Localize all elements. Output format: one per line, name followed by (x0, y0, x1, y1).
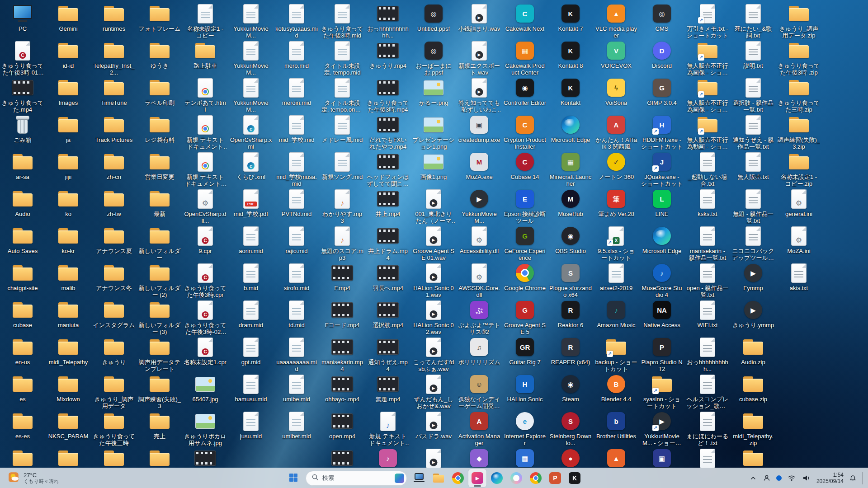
desktop-icon[interactable]: 新しいフォルダー (3) (138, 299, 181, 335)
search-box[interactable]: 検索 (306, 471, 407, 486)
desktop-icon[interactable]: rajio.mid (275, 225, 318, 261)
desktop-icon[interactable]: ohhayo-.mp4 (321, 373, 364, 409)
desktop-icon[interactable]: F.mp4 (321, 262, 364, 298)
search-highlights-icon[interactable] (395, 474, 404, 483)
desktop-icon[interactable]: PC (1, 3, 44, 39)
desktop-icon[interactable]: D Discord (640, 40, 684, 76)
desktop-icon[interactable]: 説明.txt (731, 40, 775, 76)
desktop-icon[interactable]: Mixdown (47, 373, 90, 409)
desktop-icon[interactable]: J↗ JQuake.exe - ショートカット (640, 151, 684, 187)
desktop-icon[interactable]: 無題 - 親作品一覧.txt (731, 188, 775, 224)
desktop-icon[interactable]: G GIMP 3.0.4 (640, 77, 684, 113)
desktop-icon[interactable]: ◎ CMS (640, 3, 684, 39)
volume-icon[interactable] (802, 474, 811, 482)
desktop-icon[interactable]: ◎ おーばーまにお.ppsf (412, 40, 455, 76)
desktop-icon[interactable]: きゅうり食ってた午後3時.cpr (184, 262, 227, 298)
desktop-icon[interactable]: インスタグラム (92, 299, 136, 335)
desktop-icon[interactable]: きゅうりポカロ用サムネ.jpg (184, 410, 227, 446)
desktop-icon[interactable]: ぷ ぷよぷよ™テトリス®2 (458, 299, 501, 335)
desktop-icon[interactable]: ヘッドフォンはずしてて聞こえなかった.mp4 (366, 151, 410, 187)
desktop-icon[interactable]: YukkuriMovieM... (229, 40, 273, 76)
desktop-icon[interactable]: だれでもFXいれたやつ.mp4 (366, 114, 410, 150)
desktop-icon[interactable]: 売上 (138, 410, 181, 446)
desktop-icon[interactable]: ◉ Steam (549, 373, 592, 409)
desktop-icon[interactable]: アナウンス冬 (92, 262, 136, 298)
desktop-icon[interactable]: L LINE (640, 188, 684, 224)
desktop-icon[interactable]: H↗ HDDFMT.exe - ショートカット (640, 114, 684, 150)
desktop-icon[interactable]: 65407.jpg (184, 373, 227, 409)
taskbar-app-copilot[interactable] (507, 469, 525, 487)
desktop-icon[interactable]: 調声用データテンプレート (138, 336, 181, 372)
desktop-icon[interactable]: K Kontakt 7 (549, 3, 592, 39)
desktop-icon[interactable]: NA Native Access (640, 299, 684, 335)
desktop-icon[interactable]: akis.txt (777, 262, 821, 298)
weather-widget[interactable]: 27°C くもり時々晴れ (5, 468, 62, 488)
desktop-icon[interactable]: Gemini (47, 3, 90, 39)
desktop-icon[interactable]: uaaaaaaaaa.mid (275, 336, 318, 372)
desktop-icon[interactable]: runtimes (92, 3, 136, 39)
desktop-icon[interactable]: Images (47, 77, 90, 113)
desktop-icon[interactable]: かるー.png (412, 77, 455, 113)
desktop-icon[interactable]: きゅうり食ってた午後3時-02.cpr (184, 299, 227, 335)
desktop-icon[interactable]: Accessibility.dll (458, 225, 501, 261)
desktop-icon[interactable]: Audio (1, 188, 44, 224)
desktop-icon[interactable]: YukkuriMovieM... (229, 3, 273, 39)
desktop-icon[interactable]: Fコード.mp4 (321, 299, 364, 335)
desktop-icon[interactable]: 画像1.png (412, 151, 455, 187)
desktop-icon[interactable]: ニコニコバックアップツール.txt (731, 225, 775, 261)
desktop-icon[interactable]: K Kontakt (549, 77, 592, 113)
desktop-icon[interactable]: ▶ YukkuriMovieM... (458, 188, 501, 224)
desktop-icon[interactable]: 井上ドラム.mp4 (366, 225, 410, 261)
taskbar-app-file-explorer[interactable] (429, 469, 448, 487)
desktop-icon[interactable]: C Cakewalk Next (503, 3, 547, 39)
desktop-icon[interactable]: 無題のスコア.mp3 (321, 225, 364, 261)
desktop-icon[interactable]: manisekarin.mp4 (321, 336, 364, 372)
tray-people-icon[interactable] (762, 474, 771, 483)
desktop-icon[interactable]: きゅうり_調声用データ.zip (777, 3, 821, 39)
desktop-icon[interactable]: dram.mid (229, 299, 273, 335)
desktop-icon[interactable]: きゅうり.mp4 (366, 40, 410, 76)
desktop-icon[interactable]: タイトル未設定. tempo.mid (321, 40, 364, 76)
desktop-icon[interactable]: ko-kr (47, 225, 90, 261)
desktop-icon[interactable]: manisekarin - 親作品一覧.txt (686, 225, 729, 261)
desktop-icon[interactable]: V VOICEVOX (594, 40, 638, 76)
desktop-icon[interactable]: ar-sa (1, 151, 44, 187)
desktop-icon[interactable]: PVTNd.mid (275, 188, 318, 224)
desktop-icon[interactable]: ▶ Fymmp (731, 262, 775, 298)
desktop-icon[interactable]: midi_Telepathy.zip (731, 410, 775, 446)
taskbar-app-laptop[interactable] (410, 469, 428, 487)
desktop-icon[interactable]: レジ袋有料 (138, 114, 181, 150)
desktop-icon[interactable]: アナウンス夏 (92, 225, 136, 261)
desktop-icon[interactable]: ▦ Cakewalk Product Center (503, 40, 547, 76)
desktop-icon[interactable]: Audio.zip (731, 336, 775, 372)
desktop-icon[interactable]: b Brother Utilities (594, 410, 638, 446)
start-button[interactable] (284, 469, 302, 487)
desktop-icon[interactable]: hamusu.mid (229, 373, 273, 409)
desktop-icon[interactable]: わかりやす.mp3 (321, 188, 364, 224)
desktop-icon[interactable]: td.mid (275, 299, 318, 335)
desktop-icon[interactable]: YukkuriMovieM... (229, 77, 273, 113)
desktop-icon[interactable]: おっhhhhhhhhhhh... (366, 3, 410, 39)
desktop-icon[interactable]: ▶ きゅうり.ymmp (731, 299, 775, 335)
desktop-icon[interactable]: _起動しない場合.txt (686, 151, 729, 187)
desktop-icon[interactable]: 選択肢 - 親作品一覧.txt (731, 77, 775, 113)
desktop-icon[interactable]: A かんたん！AITalk 3 関西風 (594, 114, 638, 150)
desktop-icon[interactable]: malib (47, 262, 90, 298)
desktop-icon[interactable]: ♫ ポリリリリズム (458, 336, 501, 372)
desktop-icon[interactable]: フォトフレーム (138, 3, 181, 39)
desktop-icon[interactable]: maniuta (47, 299, 90, 335)
desktop-icon[interactable]: gpt.mid (229, 336, 273, 372)
desktop-icon[interactable]: 路上駐車 (184, 40, 227, 76)
desktop-icon[interactable]: タイトル未設定. tempo.ong1.mid (321, 77, 364, 113)
desktop-icon[interactable]: id-id (47, 40, 90, 76)
desktop-icon[interactable]: 001_東北きりたん（ノーマル）_今しゃ... (412, 188, 455, 224)
desktop-icon[interactable]: ラベル印刷 (138, 77, 181, 113)
desktop-icon[interactable]: mid_学校.mid (275, 114, 318, 150)
desktop-icon[interactable]: E Epson 接続診断ツール (503, 188, 547, 224)
desktop-icon[interactable]: くらび.xml (229, 151, 273, 187)
desktop-icon[interactable]: WIFI.txt (686, 299, 729, 335)
desktop-icon[interactable]: こってんだすfdsbふぁ.wav (412, 336, 455, 372)
desktop-icon[interactable]: MoZA.ini (777, 225, 821, 261)
desktop-icon[interactable]: Auto Saves (1, 225, 44, 261)
desktop-icon[interactable]: aorin.mid (229, 225, 273, 261)
